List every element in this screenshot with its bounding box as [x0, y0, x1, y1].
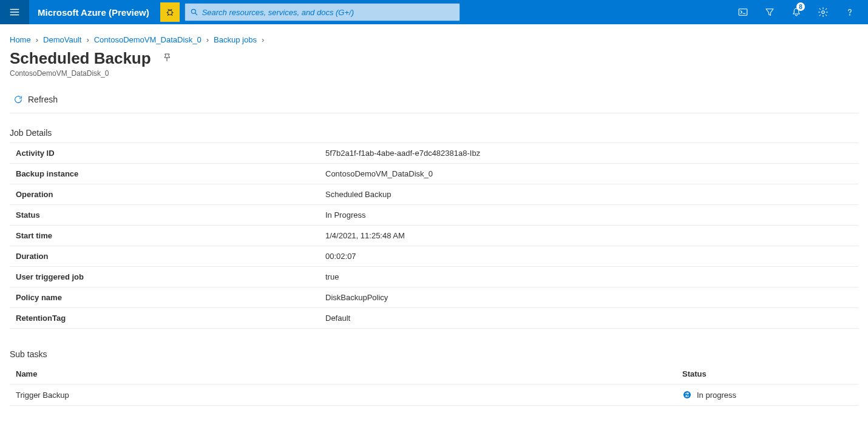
bug-icon: [164, 7, 175, 18]
job-details-table: Activity ID5f7b2a1f-f1ab-4abe-aadf-e7dc4…: [10, 143, 858, 329]
job-detail-value: DiskBackupPolicy: [319, 287, 858, 308]
job-details-row: User triggered jobtrue: [10, 267, 858, 287]
refresh-icon: [13, 95, 23, 104]
sub-tasks-heading: Sub tasks: [10, 349, 858, 359]
directories-filter-button[interactable]: [756, 0, 783, 24]
svg-point-4: [849, 15, 850, 16]
column-header-status[interactable]: Status: [676, 364, 858, 384]
breadcrumb-link-home[interactable]: Home: [10, 35, 31, 44]
sync-icon: [682, 390, 692, 400]
search-box[interactable]: [185, 3, 460, 21]
job-details-row: OperationScheduled Backup: [10, 184, 858, 205]
settings-button[interactable]: [810, 0, 836, 24]
job-detail-key: Start time: [10, 226, 319, 246]
job-detail-key: Backup instance: [10, 164, 319, 184]
cloud-shell-button[interactable]: [730, 0, 756, 24]
svg-rect-2: [739, 9, 747, 16]
sub-task-status: In progress: [697, 391, 736, 400]
job-detail-value: 5f7b2a1f-f1ab-4abe-aadf-e7dc482381a8-Ibz: [319, 143, 858, 164]
pin-button[interactable]: [162, 53, 172, 64]
job-detail-key: Status: [10, 205, 319, 226]
chevron-right-icon: ›: [85, 35, 90, 44]
svg-point-5: [683, 391, 691, 398]
job-detail-key: RetentionTag: [10, 308, 319, 329]
job-detail-value: 00:02:07: [319, 246, 858, 267]
breadcrumb-link-vault[interactable]: DemoVault: [43, 35, 81, 44]
toolbar: Refresh: [10, 89, 858, 110]
pin-icon: [162, 53, 172, 62]
content-area: Home › DemoVault › ContosoDemoVM_DataDis…: [0, 24, 868, 406]
job-detail-value: 1/4/2021, 11:25:48 AM: [319, 226, 858, 246]
page-title: Scheduled Backup: [10, 49, 151, 68]
job-detail-key: Duration: [10, 246, 319, 267]
job-detail-key: User triggered job: [10, 267, 319, 287]
job-details-row: Duration00:02:07: [10, 246, 858, 267]
top-bar: Microsoft Azure (Preview) 8: [0, 0, 868, 24]
chevron-right-icon: ›: [260, 35, 265, 44]
job-details-row: Start time1/4/2021, 11:25:48 AM: [10, 226, 858, 246]
column-header-name[interactable]: Name: [10, 364, 676, 384]
job-details-row: Policy nameDiskBackupPolicy: [10, 287, 858, 308]
chevron-right-icon: ›: [205, 35, 210, 44]
page-subtitle: ContosoDemoVM_DataDisk_0: [10, 69, 858, 78]
job-details-row: Activity ID5f7b2a1f-f1ab-4abe-aadf-e7dc4…: [10, 143, 858, 164]
svg-point-3: [822, 11, 825, 14]
preview-bug-button[interactable]: [160, 2, 180, 22]
hamburger-menu-button[interactable]: [0, 0, 29, 24]
breadcrumb-link-instance[interactable]: ContosoDemoVM_DataDisk_0: [94, 35, 202, 44]
toolbar-divider: [10, 113, 858, 113]
menu-icon: [9, 7, 20, 18]
notification-badge: 8: [796, 2, 805, 11]
job-detail-value: true: [319, 267, 858, 287]
job-details-row: Backup instanceContosoDemoVM_DataDisk_0: [10, 164, 858, 184]
job-details-heading: Job Details: [10, 128, 858, 138]
sub-task-row: Trigger BackupIn progress: [10, 384, 858, 406]
job-detail-key: Policy name: [10, 287, 319, 308]
gear-icon: [818, 7, 829, 18]
job-detail-value: Default: [319, 308, 858, 329]
search-input[interactable]: [202, 8, 455, 17]
job-detail-key: Activity ID: [10, 143, 319, 164]
cloud-shell-icon: [737, 7, 748, 18]
filter-icon: [764, 7, 775, 18]
notifications-button[interactable]: 8: [783, 0, 810, 24]
job-detail-key: Operation: [10, 184, 319, 205]
job-detail-value: In Progress: [319, 205, 858, 226]
refresh-button[interactable]: Refresh: [10, 92, 61, 107]
top-icons: 8: [730, 0, 868, 24]
job-details-row: RetentionTagDefault: [10, 308, 858, 329]
refresh-label: Refresh: [28, 95, 58, 104]
sub-tasks-table: Name Status Trigger BackupIn progress: [10, 364, 858, 406]
job-detail-value: Scheduled Backup: [319, 184, 858, 205]
breadcrumb-link-jobs[interactable]: Backup jobs: [214, 35, 257, 44]
job-details-row: StatusIn Progress: [10, 205, 858, 226]
job-detail-value: ContosoDemoVM_DataDisk_0: [319, 164, 858, 184]
sub-task-status-cell: In progress: [676, 384, 858, 406]
help-icon: [844, 7, 855, 18]
help-button[interactable]: [836, 0, 863, 24]
sub-task-name: Trigger Backup: [10, 384, 676, 406]
svg-point-1: [191, 9, 195, 13]
breadcrumb: Home › DemoVault › ContosoDemoVM_DataDis…: [10, 35, 858, 44]
search-icon: [190, 8, 198, 16]
chevron-right-icon: ›: [35, 35, 39, 44]
brand-label: Microsoft Azure (Preview): [29, 7, 158, 18]
